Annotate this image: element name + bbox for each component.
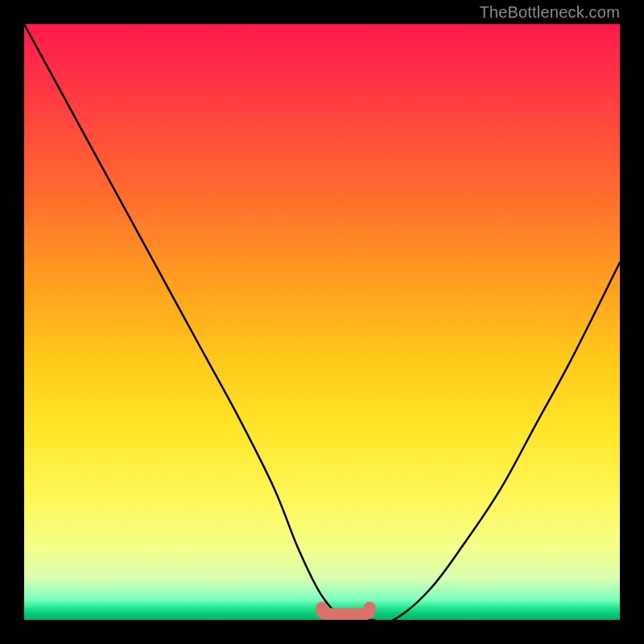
valley-floor-highlight: [322, 608, 370, 614]
bottleneck-curve: [24, 24, 620, 620]
chart-frame: TheBottleneck.com: [0, 0, 644, 644]
watermark-text: TheBottleneck.com: [479, 3, 620, 22]
curve-layer: [24, 24, 620, 620]
plot-area: [24, 24, 620, 620]
